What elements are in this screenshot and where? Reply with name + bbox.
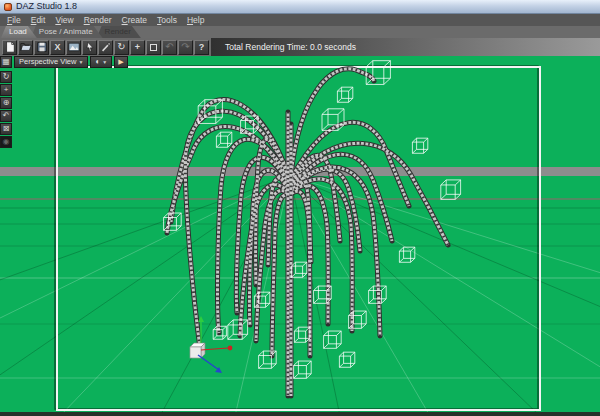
open-file-button[interactable] — [18, 40, 33, 55]
window-bottom-edge — [0, 412, 600, 416]
save-floppy-icon — [36, 41, 48, 53]
eye-sphere-icon: ◉ — [3, 138, 10, 146]
help-button[interactable]: ? — [194, 40, 209, 55]
grid-icon: ▦ — [2, 58, 10, 66]
draw-style-dropdown[interactable]: ◐ ▼ — [90, 56, 112, 68]
tab-pose-animate[interactable]: Pose / Animate — [31, 26, 103, 38]
viewport-canvas[interactable] — [0, 56, 600, 416]
render-time-status: Total Rendering Time: 0.0 seconds — [211, 38, 600, 56]
render-button[interactable] — [66, 40, 81, 55]
viewport-background — [0, 56, 600, 416]
draw-style-sphere-icon: ◐ — [95, 56, 100, 68]
redo-button[interactable]: ↷ — [178, 40, 193, 55]
toolbar-buttons: X ↻ + — [0, 38, 211, 56]
menu-create[interactable]: Create — [117, 14, 153, 26]
menu-render[interactable]: Render — [79, 14, 117, 26]
play-arrow-icon: ▶ — [118, 56, 123, 68]
menu-edit[interactable]: Edit — [26, 14, 51, 26]
orbit-icon: ↻ — [3, 73, 10, 81]
view-selector-label: Perspective View — [19, 56, 76, 68]
viewport-pane[interactable]: Perspective View ▼ ◐ ▼ ▶ ▦ ↻ + ⊕ ↶ ⊠ ◉ — [0, 56, 600, 416]
pan-camera-button[interactable]: + — [0, 84, 12, 96]
tab-render[interactable]: Render — [97, 26, 141, 38]
menu-help[interactable]: Help — [182, 14, 209, 26]
help-icon: ? — [199, 43, 205, 52]
viewport-options-flyout-button[interactable]: ▶ — [114, 56, 127, 68]
rotate-tool-icon: ↻ — [117, 42, 125, 52]
menu-tools[interactable]: Tools — [152, 14, 182, 26]
undo-button[interactable]: ↶ — [162, 40, 177, 55]
pan-icon: + — [4, 86, 9, 94]
scale-tool-button[interactable] — [146, 40, 161, 55]
activity-tab-bar: Load Pose / Animate Render — [0, 26, 600, 38]
app-logo-icon — [4, 3, 12, 11]
save-file-button[interactable] — [34, 40, 49, 55]
zoom-camera-button[interactable]: ⊕ — [0, 97, 12, 109]
menu-view[interactable]: View — [50, 14, 78, 26]
orbit-camera-button[interactable]: ↻ — [0, 71, 12, 83]
frame-icon: ⊠ — [3, 125, 10, 133]
rotate-camera-button[interactable]: ↶ — [0, 110, 12, 122]
delete-x-icon: X — [54, 43, 60, 52]
wand-icon — [100, 41, 112, 53]
title-bar[interactable]: DAZ Studio 1.8 — [0, 0, 600, 14]
window-title: DAZ Studio 1.8 — [16, 0, 77, 13]
menu-bar: File Edit View Render Create Tools Help — [0, 14, 600, 26]
grid-snap-button[interactable]: ▦ — [0, 56, 12, 68]
new-file-button[interactable] — [2, 40, 17, 55]
camera-tool-column: ▦ ↻ + ⊕ ↶ ⊠ ◉ — [0, 56, 12, 148]
render-image-icon — [68, 41, 80, 53]
view-selector-dropdown[interactable]: Perspective View ▼ — [14, 56, 88, 68]
wand-tool-button[interactable] — [98, 40, 113, 55]
tab-load[interactable]: Load — [1, 26, 37, 38]
translate-tool-button[interactable]: + — [130, 40, 145, 55]
daz-studio-window: DAZ Studio 1.8 File Edit View Render Cre… — [0, 0, 600, 416]
new-file-icon — [4, 41, 16, 53]
camera-options-button[interactable]: ◉ — [0, 136, 12, 148]
undo-icon: ↶ — [165, 42, 173, 52]
delete-button[interactable]: X — [50, 40, 65, 55]
open-folder-icon — [20, 41, 32, 53]
translate-tool-icon: + — [135, 43, 140, 52]
chevron-down-icon: ▼ — [78, 56, 83, 68]
scale-tool-icon — [150, 44, 157, 51]
chevron-down-icon: ▼ — [102, 56, 107, 68]
magnifier-icon: ⊕ — [3, 99, 10, 107]
rotate-tool-button[interactable]: ↻ — [114, 40, 129, 55]
main-toolbar: X ↻ + — [0, 38, 600, 56]
cursor-arrow-icon — [84, 41, 96, 53]
menu-file[interactable]: File — [2, 14, 26, 26]
rotate-arrow-icon: ↶ — [3, 112, 10, 120]
viewport-controls: Perspective View ▼ ◐ ▼ ▶ — [14, 56, 128, 68]
frame-camera-button[interactable]: ⊠ — [0, 123, 12, 135]
select-tool-button[interactable] — [82, 40, 97, 55]
redo-icon: ↷ — [181, 42, 189, 52]
